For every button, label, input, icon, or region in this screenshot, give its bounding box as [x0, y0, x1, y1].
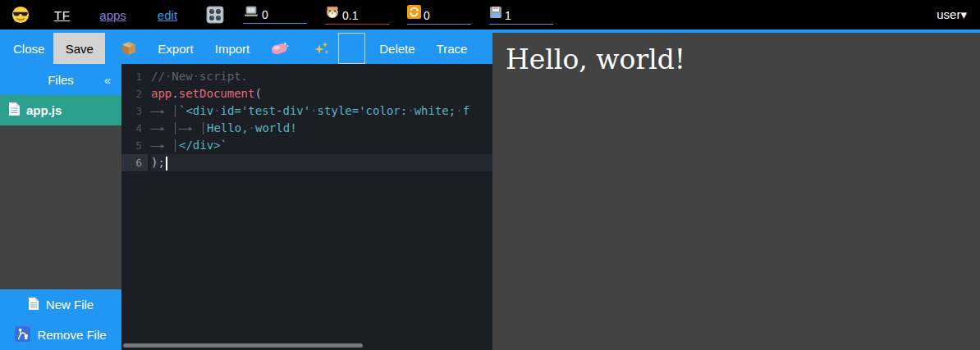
code-line: //·New·script.: [151, 68, 492, 85]
delete-button[interactable]: Delete: [379, 33, 414, 64]
code-line: `<div·id='test-div'·style='color:·white;…: [151, 102, 492, 120]
cpu-counter-field[interactable]: 0: [243, 6, 307, 24]
remove-file-button[interactable]: Remove File: [0, 320, 121, 350]
files-sidebar: Files « app.js: [0, 64, 121, 350]
package-icon-button[interactable]: [121, 40, 137, 57]
file-name: app.js: [26, 103, 62, 117]
code-line: app.setDocument(: [151, 85, 492, 102]
file-item-appjs[interactable]: app.js: [0, 95, 121, 125]
line-number: 3: [121, 102, 148, 120]
files-header-label: Files: [48, 73, 74, 87]
user-menu[interactable]: user▾: [936, 7, 967, 22]
preview-pane: Hello, world!: [492, 33, 980, 350]
sunglasses-emoji-icon[interactable]: [11, 6, 30, 24]
memory-counter-field[interactable]: 0.1: [325, 5, 389, 25]
saves-counter-value: 1: [505, 9, 511, 22]
export-button[interactable]: Export: [158, 33, 193, 64]
file-icon: [8, 102, 21, 119]
blank-button[interactable]: [338, 33, 365, 64]
save-button[interactable]: Save: [53, 33, 105, 64]
line-numbers: 123456: [121, 68, 148, 171]
app-window: TF apps edit 0: [0, 0, 980, 350]
line-number: 2: [121, 85, 148, 102]
topbar: TF apps edit 0: [0, 0, 980, 33]
horizontal-scrollbar[interactable]: [123, 343, 363, 348]
close-button[interactable]: Close: [13, 33, 44, 64]
control-knobs-icon[interactable]: [205, 5, 225, 25]
preview-heading: Hello, world!: [506, 43, 980, 75]
remove-file-icon: [15, 326, 30, 344]
soap-icon-button[interactable]: [270, 41, 290, 56]
editor-toolbar: Close Save Export Import: [0, 33, 492, 64]
new-file-label: New File: [46, 298, 94, 311]
remove-file-label: Remove File: [37, 328, 106, 342]
code-editor[interactable]: 123456 //·New·script.app.setDocument(`<d…: [121, 64, 492, 350]
code-line: </div>`: [151, 137, 492, 154]
cpu-counter-value: 0: [262, 8, 268, 21]
repeat-counter-field[interactable]: 0: [407, 5, 471, 25]
nav-apps-link[interactable]: apps: [99, 8, 126, 22]
sidebar-filler: [0, 125, 121, 289]
saves-counter-field[interactable]: 1: [489, 6, 553, 25]
line-number: 1: [121, 68, 148, 85]
nav-edit-link[interactable]: edit: [158, 8, 177, 22]
laptop-icon: [243, 6, 259, 21]
line-number: 4: [121, 120, 148, 137]
line-number: 6: [121, 154, 148, 171]
code-line: );: [151, 154, 492, 171]
trace-button[interactable]: Trace: [437, 33, 468, 64]
code-lines: //·New·script.app.setDocument(`<div·id='…: [148, 68, 492, 171]
import-button[interactable]: Import: [215, 33, 250, 64]
files-header: Files «: [0, 64, 121, 95]
collapse-sidebar-icon[interactable]: «: [104, 73, 111, 87]
new-file-icon: [28, 297, 39, 313]
repeat-icon: [407, 5, 421, 22]
code-line: Hello,·world!: [151, 120, 492, 137]
sparkles-icon-button[interactable]: [314, 40, 330, 57]
hamster-icon: [325, 5, 340, 22]
line-number: 5: [121, 137, 148, 154]
new-file-button[interactable]: New File: [0, 289, 121, 320]
memory-counter-value: 0.1: [342, 9, 358, 22]
brand-link[interactable]: TF: [54, 8, 70, 22]
floppy-icon: [489, 6, 502, 22]
text-cursor: [166, 157, 167, 170]
repeat-counter-value: 0: [424, 9, 430, 22]
